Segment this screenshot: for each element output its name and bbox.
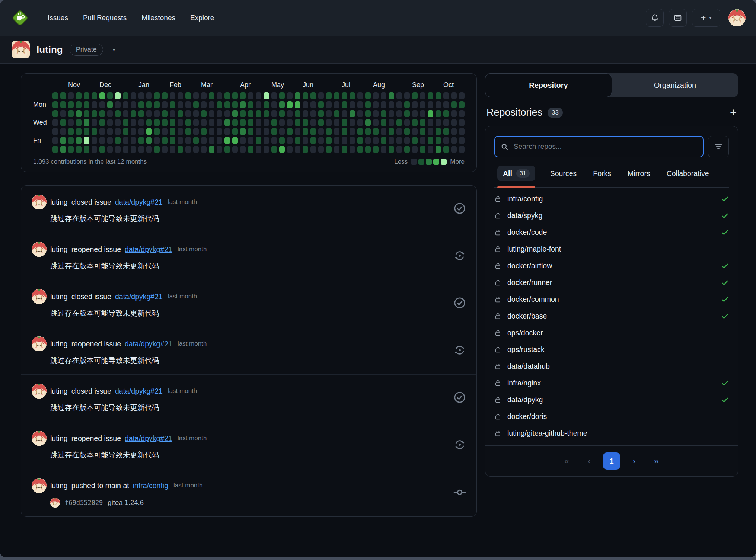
heatmap-cell (209, 92, 214, 99)
prev-page-button[interactable]: ‹ (581, 452, 598, 470)
actor-avatar[interactable] (32, 289, 47, 304)
feed-repo-link[interactable]: infra/config (133, 481, 168, 490)
repo-row[interactable]: docker/code (494, 224, 729, 241)
issue-title-text: 跳过存在版本可能导致未更新代码 (50, 355, 446, 365)
repo-row[interactable]: ops/rustack (494, 341, 729, 358)
chevron-down-icon[interactable]: ▾ (113, 47, 115, 52)
heatmap-cell (123, 137, 128, 144)
feed-repo-link[interactable]: data/dpykg#21 (125, 340, 172, 348)
repo-row[interactable]: ops/docker (494, 324, 729, 341)
filter-tab-all[interactable]: All31 (497, 166, 535, 187)
actor-name[interactable]: luting (50, 434, 68, 443)
repo-row[interactable]: docker/runner (494, 274, 729, 291)
heatmap-cell (459, 119, 465, 126)
actor-name[interactable]: luting (50, 481, 68, 490)
gitea-logo-icon[interactable] (10, 8, 30, 28)
heatmap-cell (138, 137, 144, 144)
repo-row[interactable]: data/dpykg (494, 391, 729, 408)
repo-row[interactable]: data/datahub (494, 358, 729, 375)
repo-name: luting/gitea-github-theme (507, 429, 587, 438)
filter-tab-sources[interactable]: Sources (549, 166, 578, 187)
server-monitor-button[interactable] (669, 9, 687, 27)
heatmap-cell (115, 110, 121, 117)
heatmap-cell (193, 110, 199, 117)
tab-organization[interactable]: Organization (612, 73, 738, 97)
page-1-button[interactable]: 1 (603, 452, 620, 470)
heatmap-cell (373, 128, 379, 135)
repo-row[interactable]: data/spykg (494, 207, 729, 224)
last-page-button[interactable]: » (648, 452, 665, 470)
actor-name[interactable]: luting (50, 198, 68, 207)
actor-avatar[interactable] (32, 478, 47, 493)
user-avatar[interactable] (728, 9, 746, 26)
repo-row[interactable]: luting/maple-font (494, 241, 729, 257)
heatmap-cell (193, 92, 199, 99)
actor-avatar[interactable] (32, 242, 47, 257)
heatmap-cell (436, 119, 441, 126)
notifications-button[interactable] (646, 9, 664, 27)
feed-repo-link[interactable]: data/dpykg#21 (115, 292, 163, 301)
check-icon (721, 212, 729, 220)
menu-item-pull-requests[interactable]: Pull Requests (76, 10, 133, 26)
create-new-button[interactable]: + ▾ (692, 9, 720, 27)
repo-search-input[interactable] (513, 142, 697, 151)
repo-row[interactable]: luting/gitea-github-theme (494, 425, 729, 442)
check-icon (721, 228, 729, 236)
actor-avatar[interactable] (32, 384, 47, 399)
heatmap-cell (412, 146, 418, 153)
menu-item-explore[interactable]: Explore (184, 10, 221, 26)
filter-tab-label: Sources (550, 169, 577, 178)
heatmap-cell (76, 101, 82, 108)
filter-tab-forks[interactable]: Forks (591, 166, 613, 187)
heatmap-cell (185, 101, 191, 108)
feed-repo-link[interactable]: data/dpykg#21 (125, 434, 172, 443)
actor-name[interactable]: luting (50, 245, 68, 254)
actor-name[interactable]: luting (50, 387, 68, 396)
heatmap-cell (76, 110, 82, 117)
heatmap-cell (138, 146, 144, 153)
heatmap-cell (381, 110, 386, 117)
heatmap-cell (326, 110, 332, 117)
tab-repository[interactable]: Repository (485, 73, 612, 97)
repo-row[interactable]: docker/airflow (494, 257, 729, 274)
feed-timestamp: last month (168, 198, 197, 206)
filter-tab-mirrors[interactable]: Mirrors (626, 166, 652, 187)
feed-repo-link[interactable]: data/dpykg#21 (125, 245, 172, 254)
actor-name[interactable]: luting (50, 292, 68, 301)
repo-filter-button[interactable] (708, 136, 729, 157)
actor-name[interactable]: luting (50, 340, 68, 348)
repo-row[interactable]: docker/base (494, 308, 729, 324)
menu-item-milestones[interactable]: Milestones (135, 10, 182, 26)
heatmap-cell (99, 110, 105, 117)
commit-hash-link[interactable]: f69d552029 (65, 499, 103, 506)
heatmap-cell (162, 128, 168, 135)
repo-row[interactable]: docker/common (494, 291, 729, 308)
feed-repo-link[interactable]: data/dpykg#21 (115, 198, 163, 207)
next-page-button[interactable]: › (625, 452, 642, 470)
feed-repo-link[interactable]: data/dpykg#21 (115, 387, 163, 396)
heatmap-cell (107, 128, 113, 135)
repo-row[interactable]: docker/doris (494, 408, 729, 425)
heatmap-cell (138, 119, 144, 126)
menu-item-issues[interactable]: Issues (41, 10, 75, 26)
first-page-button[interactable]: « (558, 452, 575, 470)
profile-avatar[interactable] (12, 41, 30, 58)
filter-tab-collaborative[interactable]: Collaborative (665, 166, 711, 187)
heatmap-cell (99, 92, 105, 99)
add-repository-button[interactable]: + (730, 107, 737, 118)
actor-avatar[interactable] (32, 195, 47, 209)
heatmap-cell (185, 119, 191, 126)
heatmap-cell (232, 119, 238, 126)
repo-row[interactable]: infra/nginx (494, 375, 729, 391)
actor-avatar[interactable] (32, 431, 47, 446)
heatmap-cell (162, 137, 168, 144)
main-menu: IssuesPull RequestsMilestonesExplore (41, 10, 221, 26)
heatmap-cell (295, 110, 300, 117)
repo-row[interactable]: infra/config (494, 191, 729, 207)
private-badge: Private (70, 44, 103, 56)
heatmap-cell (154, 146, 160, 153)
actor-avatar[interactable] (32, 336, 47, 351)
heatmap-cell (389, 146, 394, 153)
heatmap-cell (123, 110, 128, 117)
heatmap-cell (404, 137, 410, 144)
